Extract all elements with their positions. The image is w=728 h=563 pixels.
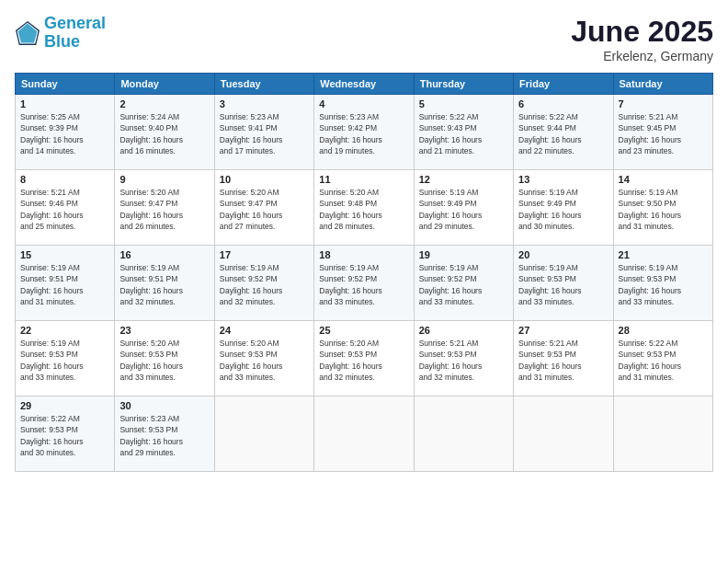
col-sunday: Sunday (16, 74, 115, 95)
table-row: 14Sunrise: 5:19 AM Sunset: 9:50 PM Dayli… (613, 170, 712, 246)
header: General Blue June 2025 Erkelenz, Germany (15, 15, 713, 63)
day-info: Sunrise: 5:23 AM Sunset: 9:53 PM Dayligh… (119, 413, 209, 458)
table-row (514, 396, 613, 472)
col-wednesday: Wednesday (314, 74, 414, 95)
day-info: Sunrise: 5:19 AM Sunset: 9:53 PM Dayligh… (619, 262, 708, 307)
calendar-week-row: 22Sunrise: 5:19 AM Sunset: 9:53 PM Dayli… (16, 321, 713, 396)
logo-general: General (44, 14, 106, 32)
day-number: 8 (20, 174, 109, 185)
table-row: 28Sunrise: 5:22 AM Sunset: 9:53 PM Dayli… (613, 321, 712, 396)
day-number: 28 (619, 325, 708, 336)
table-row: 12Sunrise: 5:19 AM Sunset: 9:49 PM Dayli… (414, 170, 513, 246)
table-row: 10Sunrise: 5:20 AM Sunset: 9:47 PM Dayli… (214, 170, 313, 246)
table-row: 15Sunrise: 5:19 AM Sunset: 9:51 PM Dayli… (16, 246, 115, 321)
day-number: 30 (119, 400, 209, 411)
day-info: Sunrise: 5:20 AM Sunset: 9:53 PM Dayligh… (220, 338, 309, 383)
day-info: Sunrise: 5:20 AM Sunset: 9:47 PM Dayligh… (220, 187, 309, 232)
day-number: 20 (518, 249, 608, 260)
day-number: 10 (220, 174, 309, 185)
day-number: 5 (419, 98, 508, 109)
day-info: Sunrise: 5:23 AM Sunset: 9:42 PM Dayligh… (319, 111, 408, 156)
day-number: 24 (220, 325, 309, 336)
table-row: 19Sunrise: 5:19 AM Sunset: 9:52 PM Dayli… (414, 246, 513, 321)
day-number: 3 (220, 98, 309, 109)
day-info: Sunrise: 5:24 AM Sunset: 9:40 PM Dayligh… (119, 111, 209, 156)
day-number: 13 (518, 174, 608, 185)
col-tuesday: Tuesday (214, 74, 313, 95)
table-row: 27Sunrise: 5:21 AM Sunset: 9:53 PM Dayli… (514, 321, 613, 396)
day-number: 2 (119, 98, 209, 109)
day-info: Sunrise: 5:20 AM Sunset: 9:53 PM Dayligh… (119, 338, 209, 383)
day-number: 21 (619, 249, 708, 260)
col-monday: Monday (115, 74, 214, 95)
day-number: 17 (220, 249, 309, 260)
day-info: Sunrise: 5:19 AM Sunset: 9:50 PM Dayligh… (619, 187, 708, 232)
table-row (314, 396, 414, 472)
day-number: 14 (619, 174, 708, 185)
day-info: Sunrise: 5:22 AM Sunset: 9:53 PM Dayligh… (619, 338, 708, 383)
day-number: 11 (319, 174, 408, 185)
calendar-week-row: 8Sunrise: 5:21 AM Sunset: 9:46 PM Daylig… (16, 170, 713, 246)
day-number: 22 (20, 325, 109, 336)
day-number: 4 (319, 98, 408, 109)
table-row (613, 396, 712, 472)
day-info: Sunrise: 5:19 AM Sunset: 9:53 PM Dayligh… (20, 338, 109, 383)
table-row: 6Sunrise: 5:22 AM Sunset: 9:44 PM Daylig… (514, 95, 613, 170)
table-row: 25Sunrise: 5:20 AM Sunset: 9:53 PM Dayli… (314, 321, 414, 396)
day-number: 19 (419, 249, 508, 260)
day-info: Sunrise: 5:21 AM Sunset: 9:53 PM Dayligh… (419, 338, 508, 383)
table-row: 5Sunrise: 5:22 AM Sunset: 9:43 PM Daylig… (414, 95, 513, 170)
day-number: 27 (518, 325, 608, 336)
table-row: 2Sunrise: 5:24 AM Sunset: 9:40 PM Daylig… (115, 95, 214, 170)
table-row (214, 396, 313, 472)
table-row: 20Sunrise: 5:19 AM Sunset: 9:53 PM Dayli… (514, 246, 613, 321)
day-number: 18 (319, 249, 408, 260)
location-subtitle: Erkelenz, Germany (571, 49, 713, 63)
day-info: Sunrise: 5:25 AM Sunset: 9:39 PM Dayligh… (20, 111, 109, 156)
day-info: Sunrise: 5:22 AM Sunset: 9:44 PM Dayligh… (518, 111, 608, 156)
day-number: 6 (518, 98, 608, 109)
day-info: Sunrise: 5:20 AM Sunset: 9:53 PM Dayligh… (319, 338, 408, 383)
day-info: Sunrise: 5:20 AM Sunset: 9:47 PM Dayligh… (119, 187, 209, 232)
calendar-week-row: 29Sunrise: 5:22 AM Sunset: 9:53 PM Dayli… (16, 396, 713, 472)
day-info: Sunrise: 5:19 AM Sunset: 9:51 PM Dayligh… (119, 262, 209, 307)
logo-icon (15, 20, 40, 46)
table-row: 23Sunrise: 5:20 AM Sunset: 9:53 PM Dayli… (115, 321, 214, 396)
calendar-header-row: Sunday Monday Tuesday Wednesday Thursday… (16, 74, 713, 95)
logo-text: General Blue (44, 15, 106, 52)
table-row (414, 396, 513, 472)
table-row: 16Sunrise: 5:19 AM Sunset: 9:51 PM Dayli… (115, 246, 214, 321)
table-row: 11Sunrise: 5:20 AM Sunset: 9:48 PM Dayli… (314, 170, 414, 246)
day-info: Sunrise: 5:21 AM Sunset: 9:45 PM Dayligh… (619, 111, 708, 156)
day-info: Sunrise: 5:23 AM Sunset: 9:41 PM Dayligh… (220, 111, 309, 156)
day-info: Sunrise: 5:19 AM Sunset: 9:49 PM Dayligh… (518, 187, 608, 232)
day-info: Sunrise: 5:19 AM Sunset: 9:52 PM Dayligh… (319, 262, 408, 307)
table-row: 29Sunrise: 5:22 AM Sunset: 9:53 PM Dayli… (16, 396, 115, 472)
day-number: 25 (319, 325, 408, 336)
table-row: 17Sunrise: 5:19 AM Sunset: 9:52 PM Dayli… (214, 246, 313, 321)
table-row: 9Sunrise: 5:20 AM Sunset: 9:47 PM Daylig… (115, 170, 214, 246)
table-row: 26Sunrise: 5:21 AM Sunset: 9:53 PM Dayli… (414, 321, 513, 396)
logo: General Blue (15, 15, 106, 52)
day-number: 16 (119, 249, 209, 260)
table-row: 24Sunrise: 5:20 AM Sunset: 9:53 PM Dayli… (214, 321, 313, 396)
calendar-week-row: 1Sunrise: 5:25 AM Sunset: 9:39 PM Daylig… (16, 95, 713, 170)
calendar-table: Sunday Monday Tuesday Wednesday Thursday… (15, 73, 713, 472)
day-info: Sunrise: 5:19 AM Sunset: 9:51 PM Dayligh… (20, 262, 109, 307)
day-number: 29 (20, 400, 109, 411)
day-number: 9 (119, 174, 209, 185)
table-row: 18Sunrise: 5:19 AM Sunset: 9:52 PM Dayli… (314, 246, 414, 321)
day-info: Sunrise: 5:19 AM Sunset: 9:52 PM Dayligh… (220, 262, 309, 307)
table-row: 22Sunrise: 5:19 AM Sunset: 9:53 PM Dayli… (16, 321, 115, 396)
logo-blue: Blue (44, 32, 80, 51)
col-friday: Friday (514, 74, 613, 95)
day-info: Sunrise: 5:21 AM Sunset: 9:46 PM Dayligh… (20, 187, 109, 232)
table-row: 7Sunrise: 5:21 AM Sunset: 9:45 PM Daylig… (613, 95, 712, 170)
page: General Blue June 2025 Erkelenz, Germany… (0, 0, 728, 563)
table-row: 4Sunrise: 5:23 AM Sunset: 9:42 PM Daylig… (314, 95, 414, 170)
calendar-week-row: 15Sunrise: 5:19 AM Sunset: 9:51 PM Dayli… (16, 246, 713, 321)
day-info: Sunrise: 5:19 AM Sunset: 9:49 PM Dayligh… (419, 187, 508, 232)
col-saturday: Saturday (613, 74, 712, 95)
col-thursday: Thursday (414, 74, 513, 95)
day-number: 1 (20, 98, 109, 109)
